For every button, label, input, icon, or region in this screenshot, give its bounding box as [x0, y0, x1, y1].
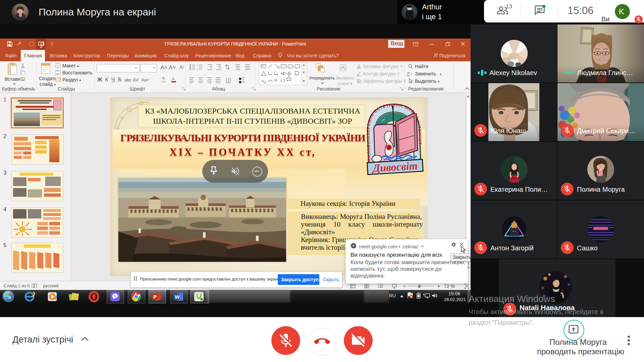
svg-text:2: 2: [197, 68, 198, 70]
svg-text:А: А: [172, 76, 175, 81]
svg-text:ac: ac: [407, 74, 410, 76]
svg-text:W: W: [175, 294, 180, 300]
svg-text:P: P: [153, 294, 157, 300]
svg-text:1: 1: [197, 64, 198, 66]
svg-text:72 %: 72 %: [444, 284, 455, 289]
